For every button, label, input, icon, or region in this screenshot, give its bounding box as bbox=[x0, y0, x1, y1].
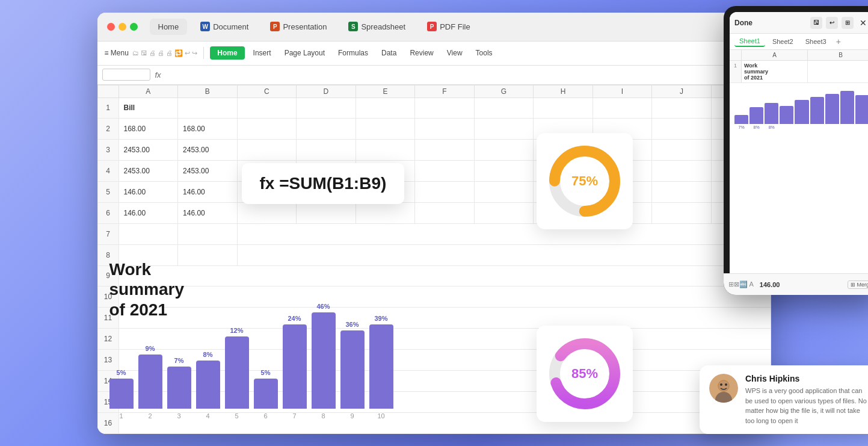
cell-a1[interactable]: Bill bbox=[119, 98, 178, 119]
cell-c2[interactable] bbox=[237, 119, 297, 140]
cell-g6[interactable] bbox=[474, 202, 534, 223]
cell-j5[interactable] bbox=[652, 182, 712, 203]
table-row: 2 168.00 168.00 bbox=[97, 119, 771, 140]
cell-g2[interactable] bbox=[474, 119, 534, 140]
data-menu[interactable]: Data bbox=[377, 47, 401, 59]
cell-f5[interactable] bbox=[415, 182, 475, 203]
tab-spreadsheet-label: Spreadsheet bbox=[361, 22, 405, 31]
cell-b3[interactable]: 2453.00 bbox=[178, 140, 238, 161]
reviewer-avatar bbox=[709, 374, 738, 403]
traffic-lights bbox=[107, 23, 138, 31]
bar-rect bbox=[254, 379, 278, 409]
cell-b1[interactable] bbox=[178, 98, 238, 119]
cell-f6[interactable] bbox=[415, 202, 475, 223]
bar-label: 1 bbox=[119, 412, 123, 420]
cell-reference-input[interactable] bbox=[102, 69, 150, 81]
bar-group: 36%9 bbox=[340, 321, 365, 420]
cell-b7[interactable] bbox=[178, 223, 238, 244]
mobile-sheet-tabs: Sheet1 Sheet2 Sheet3 + bbox=[730, 34, 868, 50]
cell-c6[interactable] bbox=[237, 202, 297, 223]
mobile-bar-rect bbox=[825, 94, 839, 124]
formulas-menu[interactable]: Formulas bbox=[333, 47, 373, 59]
mobile-tab-sheet1[interactable]: Sheet1 bbox=[734, 36, 765, 47]
cell-j4[interactable] bbox=[652, 161, 712, 182]
cell-i1[interactable] bbox=[593, 98, 652, 119]
minimize-button[interactable] bbox=[119, 23, 126, 31]
maximize-button[interactable] bbox=[130, 23, 138, 31]
cell-g3[interactable] bbox=[474, 140, 534, 161]
cell-j6[interactable] bbox=[652, 202, 712, 223]
page-layout-menu[interactable]: Page Layout bbox=[280, 47, 330, 59]
cell-j3[interactable] bbox=[652, 140, 712, 161]
col-header-f: F bbox=[415, 85, 475, 98]
cell-e1[interactable] bbox=[356, 98, 415, 119]
cell-g5[interactable] bbox=[474, 182, 534, 203]
mobile-save-icon[interactable]: 🖫 bbox=[810, 17, 822, 29]
cell-a6[interactable]: 146.00 bbox=[119, 202, 178, 223]
bar-rect bbox=[312, 312, 336, 409]
home-tab-button[interactable]: Home bbox=[210, 46, 244, 60]
mobile-close-icon[interactable]: ✕ bbox=[857, 17, 868, 29]
tab-home[interactable]: Home bbox=[150, 19, 188, 35]
menu-button[interactable]: ≡ Menu bbox=[105, 49, 129, 57]
cell-f4[interactable] bbox=[415, 161, 475, 182]
cell-a7[interactable] bbox=[119, 223, 178, 244]
mobile-done-button[interactable]: Done bbox=[734, 19, 753, 27]
cell-a4[interactable]: 2453.00 bbox=[119, 161, 178, 182]
mobile-tab-sheet2[interactable]: Sheet2 bbox=[768, 37, 798, 46]
cell-h1[interactable] bbox=[534, 98, 593, 119]
tab-document[interactable]: W Document bbox=[192, 18, 257, 35]
mobile-grid-header: A B bbox=[730, 50, 868, 61]
tab-spreadsheet[interactable]: S Spreadsheet bbox=[340, 18, 414, 35]
insert-menu[interactable]: Insert bbox=[248, 47, 276, 59]
mobile-cell-a1[interactable]: Worksummaryof 2021 bbox=[742, 61, 808, 82]
cell-d6[interactable] bbox=[297, 202, 356, 223]
bar-group: 9%2 bbox=[138, 345, 162, 420]
mobile-add-sheet-button[interactable]: + bbox=[836, 37, 841, 46]
mobile-tab-sheet3[interactable]: Sheet3 bbox=[801, 37, 831, 46]
tools-menu[interactable]: Tools bbox=[471, 47, 497, 59]
cell-g4[interactable] bbox=[474, 161, 534, 182]
mobile-bar-rect bbox=[749, 107, 763, 124]
cell-d2[interactable] bbox=[297, 119, 356, 140]
review-menu[interactable]: Review bbox=[405, 47, 438, 59]
cell-c1[interactable] bbox=[237, 98, 297, 119]
cell-b2[interactable]: 168.00 bbox=[178, 119, 238, 140]
cell-b4[interactable]: 2453.00 bbox=[178, 161, 238, 182]
close-button[interactable] bbox=[107, 23, 115, 31]
excel-icon: S bbox=[348, 22, 358, 31]
mobile-cell-b1[interactable] bbox=[808, 61, 868, 82]
mobile-bar-rect bbox=[855, 95, 868, 124]
cell-e6[interactable] bbox=[356, 202, 415, 223]
cell-rest-7[interactable] bbox=[237, 223, 771, 244]
cell-f1[interactable] bbox=[415, 98, 475, 119]
cell-b6[interactable]: 146.00 bbox=[178, 202, 238, 223]
cell-e3[interactable] bbox=[356, 140, 415, 161]
view-menu[interactable]: View bbox=[442, 47, 467, 59]
cell-a2[interactable]: 168.00 bbox=[119, 119, 178, 140]
cell-f2[interactable] bbox=[415, 119, 475, 140]
cell-d3[interactable] bbox=[297, 140, 356, 161]
mobile-row-num-1: 1 bbox=[730, 61, 742, 82]
spreadsheet-grid-container: A B C D E F G H I J K 1 Bill bbox=[97, 85, 771, 434]
cell-a5[interactable]: 146.00 bbox=[119, 182, 178, 203]
cell-f3[interactable] bbox=[415, 140, 475, 161]
cell-g1[interactable] bbox=[474, 98, 534, 119]
table-row: 5 146.00 146.00 bbox=[97, 182, 771, 203]
mobile-layout-icon[interactable]: ⊞ bbox=[842, 17, 854, 29]
cell-j1[interactable] bbox=[652, 98, 712, 119]
cell-d1[interactable] bbox=[297, 98, 356, 119]
mobile-merge-button[interactable]: ⊞ Merge bbox=[848, 280, 868, 289]
cell-e2[interactable] bbox=[356, 119, 415, 140]
bar-rect bbox=[167, 367, 191, 409]
cell-a3[interactable]: 2453.00 bbox=[119, 140, 178, 161]
cell-b5[interactable]: 146.00 bbox=[178, 182, 238, 203]
cell-c3[interactable] bbox=[237, 140, 297, 161]
cell-j2[interactable] bbox=[652, 119, 712, 140]
row-num-2: 2 bbox=[97, 119, 119, 140]
tab-pdf[interactable]: P PDF File bbox=[419, 18, 479, 35]
tab-presentation[interactable]: P Presentation bbox=[262, 18, 335, 35]
formula-input[interactable] bbox=[166, 70, 766, 79]
mobile-undo-icon[interactable]: ↩ bbox=[826, 17, 838, 29]
tab-document-label: Document bbox=[213, 22, 248, 31]
